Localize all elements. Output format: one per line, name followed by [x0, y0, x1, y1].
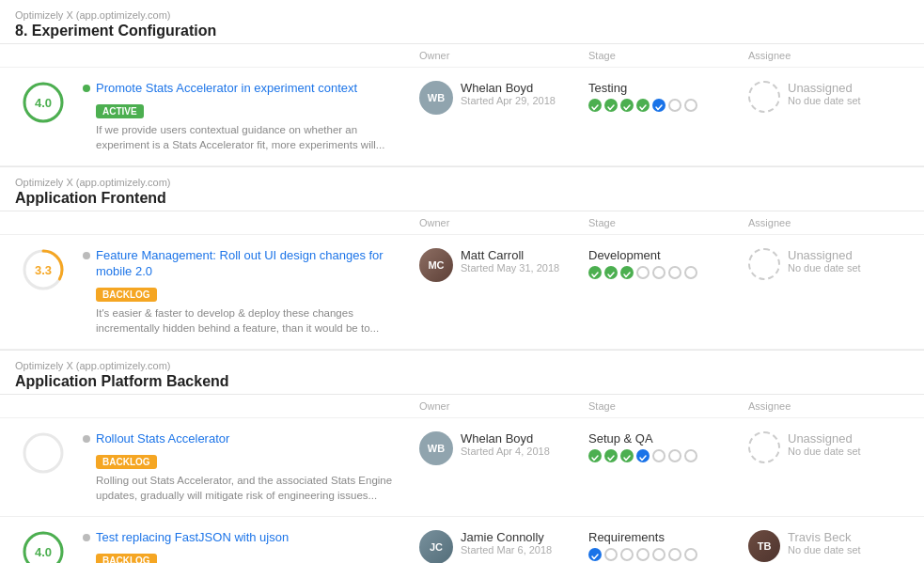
owner-area: WBWhelan BoydStarted Apr 29, 2018	[419, 81, 588, 115]
group-header: Optimizely X (app.optimizely.com)8. Expe…	[0, 0, 924, 44]
app-name: Optimizely X (app.optimizely.com)	[15, 9, 909, 21]
stage-name: Development	[588, 248, 748, 262]
stage-dot	[684, 548, 697, 561]
story-title[interactable]: Rollout Stats Accelerator	[96, 431, 229, 447]
stage-dot	[620, 266, 634, 279]
col-owner-label: Owner	[419, 50, 588, 61]
assignee-name: Travis Beck	[788, 530, 861, 544]
stage-dot	[668, 548, 681, 561]
stage-dots	[588, 449, 748, 462]
score-value: 4.0	[35, 96, 52, 110]
stage-dot	[652, 449, 666, 462]
assignee-avatar: TB	[748, 530, 780, 562]
owner-started-date: Started Apr 4, 2018	[461, 446, 550, 457]
story-score-area: 4.0	[15, 81, 71, 124]
story-status-dot	[83, 252, 90, 259]
story-badge: BACKLOG	[96, 554, 157, 563]
story-title[interactable]: Promote Stats Accelerator in experiment …	[96, 81, 357, 97]
assignee-info: Travis BeckNo due date set	[788, 530, 861, 555]
assignee-avatar-empty	[748, 81, 780, 113]
stage-dots	[588, 99, 748, 112]
story-row: Rollout Stats AcceleratorBACKLOGRolling …	[0, 418, 924, 517]
assignee-info: UnassignedNo due date set	[788, 81, 861, 106]
assignee-info: UnassignedNo due date set	[788, 431, 861, 457]
story-score-area: 4.0	[15, 530, 71, 563]
owner-name: Jamie Connolly	[461, 530, 552, 544]
story-content: Feature Management: Roll out UI design c…	[71, 248, 419, 336]
score-circle: 4.0	[22, 530, 65, 563]
stage-dot	[652, 548, 666, 561]
owner-area: MCMatt CarrollStarted May 31, 2018	[419, 248, 588, 282]
story-badge: ACTIVE	[96, 104, 144, 118]
assignee-area: UnassignedNo due date set	[748, 248, 899, 280]
assignee-due-date: No due date set	[788, 95, 861, 106]
columns-header: OwnerStageAssignee	[0, 211, 924, 235]
owner-info: Whelan BoydStarted Apr 4, 2018	[461, 431, 550, 457]
story-badge: BACKLOG	[96, 288, 157, 302]
col-stage-label: Stage	[588, 217, 748, 228]
owner-started-date: Started May 31, 2018	[461, 262, 559, 274]
story-status-dot	[83, 85, 90, 92]
score-circle: 3.3	[22, 248, 65, 291]
stage-dot	[668, 449, 681, 462]
owner-avatar: WB	[419, 81, 453, 115]
group-experiment-config: Optimizely X (app.optimizely.com)8. Expe…	[0, 0, 924, 167]
stage-dot	[668, 99, 681, 112]
stage-dot	[620, 548, 634, 561]
stage-dot	[636, 266, 650, 279]
stage-dot	[652, 266, 666, 279]
story-status-dot	[83, 534, 90, 541]
app-name: Optimizely X (app.optimizely.com)	[15, 177, 909, 188]
stage-dot	[620, 449, 634, 462]
stage-dot	[604, 266, 618, 279]
stage-area: Development	[588, 248, 748, 279]
story-row: 3.3Feature Management: Roll out UI desig…	[0, 235, 924, 350]
story-score-area: 3.3	[15, 248, 71, 291]
stage-dot	[652, 99, 666, 112]
stage-name: Testing	[588, 81, 748, 95]
owner-name: Matt Carroll	[461, 248, 559, 262]
stage-dot	[684, 266, 697, 279]
assignee-name: Unassigned	[788, 248, 861, 262]
app-container: Optimizely X (app.optimizely.com)8. Expe…	[0, 0, 924, 563]
score-value: 3.3	[35, 263, 52, 277]
stage-dot	[604, 548, 618, 561]
stage-name: Setup & QA	[588, 431, 748, 446]
stage-dot	[588, 266, 602, 279]
stage-dot	[668, 266, 681, 279]
app-name: Optimizely X (app.optimizely.com)	[15, 360, 909, 371]
story-description: Rolling out Stats Accelerator, and the a…	[96, 473, 408, 503]
columns-header: OwnerStageAssignee	[0, 44, 924, 68]
story-content: Rollout Stats AcceleratorBACKLOGRolling …	[71, 431, 419, 503]
owner-avatar: MC	[419, 248, 453, 282]
assignee-area: UnassignedNo due date set	[748, 431, 899, 463]
story-title-row: Promote Stats Accelerator in experiment …	[83, 81, 408, 97]
stage-dot	[604, 99, 618, 112]
assignee-area: TBTravis BeckNo due date set	[748, 530, 899, 562]
group-app-platform-backend: Optimizely X (app.optimizely.com)Applica…	[0, 351, 924, 563]
owner-info: Jamie ConnollyStarted Mar 6, 2018	[461, 530, 552, 555]
owner-info: Matt CarrollStarted May 31, 2018	[461, 248, 559, 274]
stage-area: Testing	[588, 81, 748, 112]
story-title[interactable]: Test replacing FastJSON with ujson	[96, 530, 289, 546]
stage-dots	[588, 266, 748, 279]
group-app-frontend: Optimizely X (app.optimizely.com)Applica…	[0, 167, 924, 351]
stage-area: Requirements	[588, 530, 748, 561]
story-description: If we provide users contextual guidance …	[96, 122, 408, 152]
owner-avatar: JC	[419, 530, 453, 563]
owner-area: JCJamie ConnollyStarted Mar 6, 2018	[419, 530, 588, 563]
owner-name: Whelan Boyd	[461, 81, 556, 95]
group-header: Optimizely X (app.optimizely.com)Applica…	[0, 351, 924, 395]
col-assignee-label: Assignee	[748, 50, 899, 61]
story-status-dot	[83, 435, 90, 443]
stage-dots	[588, 548, 748, 561]
owner-started-date: Started Mar 6, 2018	[461, 544, 552, 555]
assignee-due-date: No due date set	[788, 262, 861, 274]
stage-dot	[636, 449, 650, 462]
assignee-name: Unassigned	[788, 431, 861, 446]
stage-dot	[636, 548, 650, 561]
story-title-row: Feature Management: Roll out UI design c…	[83, 248, 408, 280]
owner-avatar: WB	[419, 431, 453, 465]
story-content: Test replacing FastJSON with ujsonBACKLO…	[71, 530, 419, 563]
story-title[interactable]: Feature Management: Roll out UI design c…	[96, 248, 408, 280]
